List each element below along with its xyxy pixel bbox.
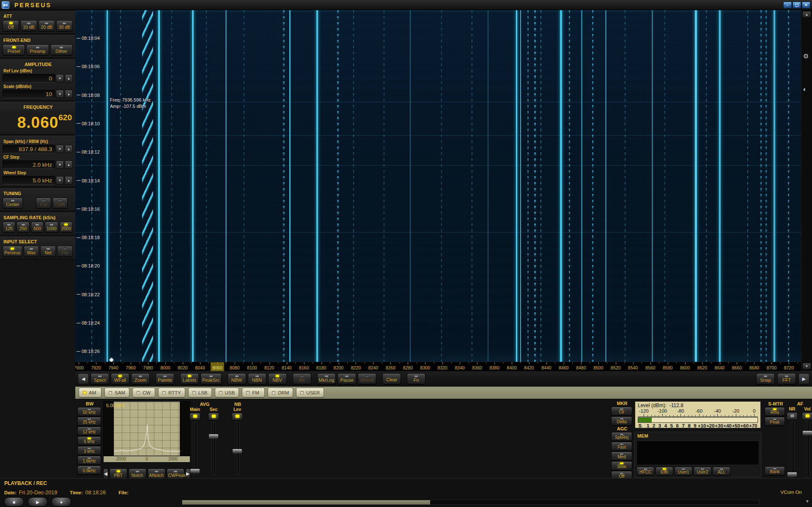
spect-button[interactable]: Spect — [91, 373, 109, 384]
snap-button[interactable]: Snap — [756, 373, 775, 384]
all-button[interactable]: ALL — [713, 467, 730, 476]
bank-button[interactable]: Bank — [765, 466, 785, 475]
1-6khz-button[interactable]: 1.6kHz — [77, 456, 101, 465]
pause-button[interactable]: Pause — [337, 373, 356, 384]
20-db-button[interactable]: 20 dB — [38, 20, 55, 31]
nbv-button[interactable]: NBV — [268, 373, 287, 384]
user2-button[interactable]: User2 — [694, 467, 711, 476]
eibi-button[interactable]: EiBi — [656, 467, 673, 476]
cf-step-value[interactable]: 2.0 kHz — [3, 160, 55, 169]
peak-button[interactable]: Peak — [765, 417, 785, 426]
mode-rtty-button[interactable]: RTTY — [158, 388, 185, 397]
wfall-button[interactable]: WFall — [111, 373, 129, 384]
125-button[interactable]: 125 — [3, 222, 15, 233]
frequency-display[interactable]: 8.060620 — [0, 111, 75, 134]
spinner-down-button[interactable]: ▼ — [56, 90, 64, 98]
spinner-up-button[interactable]: ▲ — [65, 90, 73, 98]
1000-button[interactable]: 1000 — [45, 222, 58, 233]
spinner-down-button[interactable]: ▼ — [56, 74, 64, 83]
spinner-down-button[interactable]: ▼ — [56, 160, 64, 169]
palette-button[interactable]: Palette — [156, 373, 174, 384]
2000-button[interactable]: 2000 — [60, 222, 73, 233]
stop-button[interactable]: ■ — [4, 497, 24, 507]
vol-slider-track[interactable] — [805, 422, 809, 477]
wheel-step-value[interactable]: 5.0 kHz — [3, 176, 55, 185]
clr-button[interactable]: Clr — [611, 407, 632, 416]
file-button[interactable]: File — [57, 246, 73, 257]
toolbar-scroll-right-button[interactable]: ▶ — [798, 373, 809, 384]
sec-slider-track[interactable] — [211, 422, 216, 475]
maximize-button[interactable]: ▢ — [793, 2, 801, 8]
span-khz-rbw-hz--value[interactable]: 837.9 / 488.3 — [3, 145, 55, 153]
waterfall[interactable]: 7900792079407960798080008020804080608080… — [75, 10, 801, 371]
preamp-button[interactable]: Preamp — [26, 44, 49, 55]
labels-button[interactable]: Labels — [180, 373, 199, 384]
mem-list[interactable] — [636, 441, 759, 465]
mhold-button[interactable]: MHold — [358, 373, 376, 384]
spinner-up-button[interactable]: ▲ — [65, 74, 73, 83]
delta-button[interactable]: Delta — [611, 416, 632, 425]
spinner-down-button[interactable]: ▼ — [56, 145, 64, 153]
sec-slider-handle[interactable] — [209, 434, 218, 439]
minimize-button[interactable]: – — [783, 2, 792, 8]
pbt-button[interactable]: PBT — [110, 468, 127, 479]
nbn-button[interactable]: NBN — [248, 373, 266, 384]
presel-button[interactable]: Presel — [3, 44, 25, 55]
fft-button[interactable]: FFT — [777, 373, 796, 384]
fn-button[interactable]: Fn — [407, 373, 425, 384]
contrast-icon[interactable]: ◐ — [803, 85, 807, 93]
calib-button[interactable]: Calib — [52, 198, 68, 209]
nr-slider-handle[interactable] — [787, 472, 797, 477]
mode-fm-button[interactable]: FM — [242, 388, 265, 397]
vol-enable-button[interactable] — [802, 412, 812, 420]
tune-marker-diamond[interactable] — [110, 358, 114, 362]
3-khz-button[interactable]: 3 kHz — [77, 446, 101, 455]
fast-button[interactable]: Fast — [611, 442, 632, 451]
sec-enable-button[interactable] — [208, 413, 219, 420]
med-button[interactable]: Med — [611, 452, 632, 460]
12-khz-button[interactable]: 12 kHz — [77, 427, 101, 435]
6-khz-button[interactable]: 6 kHz — [77, 436, 101, 445]
nbw-button[interactable]: NBW — [228, 373, 246, 384]
lev-slider-track[interactable] — [235, 422, 239, 475]
dither-button[interactable]: Dither — [50, 44, 73, 55]
scale-db-div--value[interactable]: 10 — [3, 90, 55, 98]
spinner-up-button[interactable]: ▲ — [65, 160, 73, 169]
settings-gear-icon[interactable]: ⚙ — [803, 52, 809, 60]
perseus-button[interactable]: Perseus — [3, 246, 22, 257]
mode-cw-button[interactable]: CW — [132, 388, 155, 397]
frequency-axis[interactable]: 7900792079407960798080008020804080608080… — [75, 362, 801, 371]
0-8khz-button[interactable]: 0.8kHz — [77, 466, 101, 474]
10-db-button[interactable]: 10 dB — [20, 20, 37, 31]
center-button[interactable]: Center — [3, 198, 23, 209]
ref-lev-dbm--value[interactable]: 0 — [3, 74, 55, 83]
close-button[interactable]: ✕ — [802, 2, 810, 8]
corner-arrow-icon[interactable]: ▼ — [805, 499, 809, 504]
spinner-up-button[interactable]: ▲ — [65, 176, 73, 185]
hfcc-button[interactable]: HFCC — [636, 467, 654, 476]
off-button[interactable]: Off — [3, 20, 19, 31]
clear-button[interactable]: Clear — [382, 373, 401, 384]
50-khz-button[interactable]: 50 kHz — [77, 407, 101, 416]
rms-button[interactable]: Rms — [765, 407, 785, 416]
nr-slider-track[interactable] — [790, 422, 794, 477]
net-button[interactable]: Net — [40, 246, 56, 257]
scroll-down-button[interactable]: ▼ — [802, 363, 811, 369]
anotch-button[interactable]: ANotch — [148, 468, 165, 479]
record-button[interactable]: ● — [52, 497, 71, 507]
mode-user-button[interactable]: USER — [296, 388, 324, 397]
scroll-up-button[interactable]: ▲ — [802, 11, 811, 18]
zoom-button[interactable]: Zoom — [131, 373, 150, 384]
afc-button[interactable]: Afc — [293, 373, 311, 384]
filter-scroll-left-button[interactable]: ◀ — [103, 468, 108, 479]
wav-button[interactable]: Wav — [24, 246, 39, 257]
slow-button[interactable]: Slow — [611, 461, 632, 470]
spkrej-button[interactable]: SpkRej — [611, 432, 632, 441]
lev-slider-handle[interactable] — [233, 449, 242, 454]
waterfall-display[interactable] — [75, 10, 801, 362]
30-db-button[interactable]: 30 dB — [56, 20, 73, 31]
lev-enable-button[interactable] — [232, 413, 243, 420]
play-button[interactable]: ▶ — [28, 497, 47, 507]
spinner-down-button[interactable]: ▼ — [56, 176, 64, 185]
mode-usb-button[interactable]: USB — [215, 388, 239, 397]
